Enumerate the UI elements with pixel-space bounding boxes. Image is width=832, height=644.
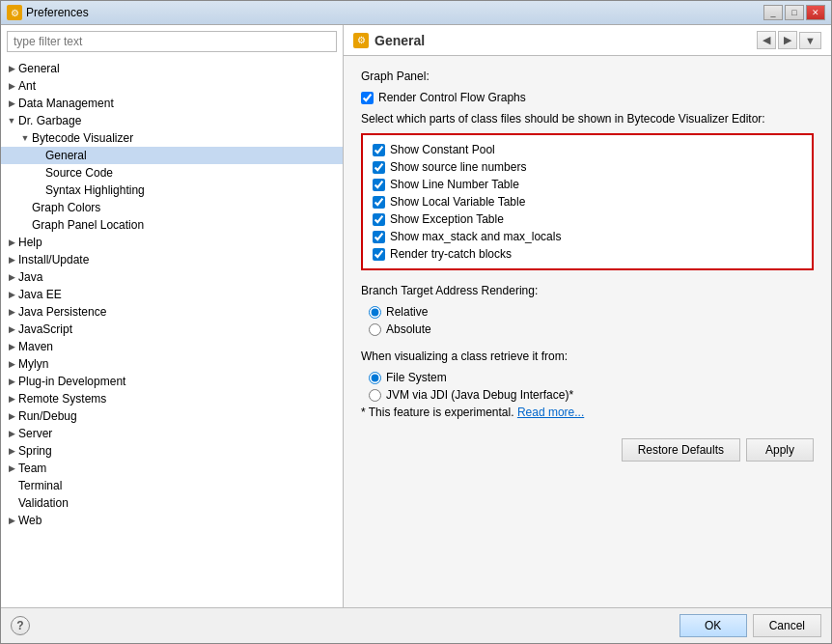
forward-button[interactable]: ▶ — [778, 31, 797, 49]
apply-button[interactable]: Apply — [746, 438, 814, 462]
tree-item-label: Plug-in Development — [18, 375, 339, 388]
action-buttons: Restore Defaults Apply — [361, 438, 814, 462]
tree-item-label: Source Code — [45, 166, 339, 180]
retrieve-radio-row-1: JVM via JDI (Java Debug Interface)* — [369, 388, 814, 402]
tree-item-label: Spring — [18, 444, 339, 458]
tree-item[interactable]: General — [1, 147, 343, 164]
minimize-button[interactable]: _ — [763, 5, 783, 20]
tree-item[interactable]: Source Code — [1, 164, 343, 182]
tree-item[interactable]: Graph Colors — [1, 199, 343, 216]
expand-icon: ▶ — [5, 98, 18, 108]
back-button[interactable]: ◀ — [757, 31, 776, 49]
expand-icon: ▶ — [5, 429, 18, 438]
expand-icon: ▶ — [5, 307, 18, 317]
ok-button[interactable]: OK — [679, 614, 747, 637]
right-panel: ⚙ General ◀ ▶ ▼ Graph Panel: Render Cont… — [344, 25, 831, 607]
tree-item[interactable]: ▶Data Management — [1, 95, 343, 112]
retrieve-radio-label-0: File System — [386, 371, 447, 384]
class-files-checkbox-5[interactable] — [373, 231, 385, 243]
class-files-checkbox-label-5: Show max_stack and max_locals — [390, 230, 561, 243]
class-files-checkbox-label-3: Show Local Variable Table — [390, 195, 525, 209]
retrieve-radio-filesystem[interactable] — [369, 372, 381, 384]
class-files-checkbox-label-0: Show Constant Pool — [390, 143, 495, 156]
tree-item-label: JavaScript — [18, 322, 339, 336]
class-files-checkbox-label-6: Render try-catch blocks — [390, 247, 512, 261]
tree-item[interactable]: ▶Team — [1, 460, 343, 477]
class-files-checkbox-1[interactable] — [373, 161, 385, 174]
read-more-link[interactable]: Read more... — [517, 406, 584, 419]
header-left: ⚙ General — [353, 33, 425, 48]
class-files-checkbox-4[interactable] — [373, 213, 385, 226]
restore-defaults-button[interactable]: Restore Defaults — [622, 438, 740, 462]
branch-radio-absolute[interactable] — [369, 323, 381, 336]
branch-label: Branch Target Address Rendering: — [361, 284, 814, 297]
tree-item[interactable]: ▶Java EE — [1, 286, 343, 303]
retrieve-radio-jvm[interactable] — [369, 389, 381, 402]
tree-item[interactable]: ▶Install/Update — [1, 251, 343, 268]
branch-radio-row-0: Relative — [369, 305, 814, 319]
nav-dropdown-button[interactable]: ▼ — [799, 32, 821, 49]
tree-item[interactable]: ▶JavaScript — [1, 321, 343, 338]
tree-item-label: Validation — [18, 496, 339, 510]
class-files-checkbox-row: Render try-catch blocks — [373, 247, 802, 261]
expand-icon: ▶ — [5, 516, 18, 525]
tree-item[interactable]: ▶Ant — [1, 77, 343, 95]
filter-input[interactable] — [7, 31, 337, 52]
expand-icon: ▶ — [5, 81, 18, 91]
class-files-checkbox-6[interactable] — [373, 248, 385, 261]
expand-icon: ▶ — [5, 394, 18, 404]
tree-item[interactable]: ▶Java Persistence — [1, 303, 343, 321]
class-files-group: Show Constant PoolShow source line numbe… — [361, 133, 814, 270]
tree-item[interactable]: ▶Spring — [1, 442, 343, 460]
graph-panel-label: Graph Panel: — [361, 70, 814, 83]
tree-item[interactable]: ▶Server — [1, 425, 343, 442]
cancel-button[interactable]: Cancel — [753, 614, 821, 637]
expand-icon: ▶ — [5, 342, 18, 351]
tree-item-label: Team — [18, 462, 339, 475]
tree-item[interactable]: ▶Remote Systems — [1, 390, 343, 407]
class-files-checkbox-row: Show Line Number Table — [373, 178, 802, 191]
tree-item-label: Maven — [18, 340, 339, 353]
render-cf-checkbox[interactable] — [361, 92, 374, 104]
tree-item[interactable]: ▼Bytecode Visualizer — [1, 129, 343, 147]
class-files-checkbox-row: Show Constant Pool — [373, 143, 802, 156]
retrieve-radio-row-0: File System — [369, 371, 814, 384]
tree-item-label: Run/Debug — [18, 409, 339, 423]
tree-item[interactable]: ▶Plug-in Development — [1, 373, 343, 390]
preferences-dialog: ⚙ Preferences _ □ ✕ ▶General▶Ant▶Data Ma… — [0, 0, 832, 644]
nav-buttons: ◀ ▶ ▼ — [757, 31, 821, 49]
class-files-checkbox-label-2: Show Line Number Table — [390, 178, 519, 191]
class-files-checkbox-3[interactable] — [373, 196, 385, 209]
titlebar: ⚙ Preferences _ □ ✕ — [1, 1, 831, 25]
tree-item[interactable]: Terminal — [1, 477, 343, 494]
class-files-checkbox-0[interactable] — [373, 144, 385, 156]
tree-item[interactable]: ▶General — [1, 60, 343, 77]
titlebar-left: ⚙ Preferences — [7, 5, 89, 20]
tree-item[interactable]: ▶Run/Debug — [1, 407, 343, 425]
maximize-button[interactable]: □ — [785, 5, 804, 20]
expand-icon: ▶ — [5, 255, 18, 265]
class-files-checkbox-row: Show Exception Table — [373, 212, 802, 226]
retrieve-section: When visualizing a class retrieve it fro… — [361, 350, 814, 419]
tree-item[interactable]: ▶Help — [1, 234, 343, 251]
expand-icon: ▶ — [5, 377, 18, 386]
close-button[interactable]: ✕ — [806, 5, 825, 20]
tree-item[interactable]: ▼Dr. Garbage — [1, 112, 343, 129]
tree-item[interactable]: ▶Java — [1, 268, 343, 286]
tree-item[interactable]: ▶Web — [1, 512, 343, 529]
tree-item[interactable]: ▶Maven — [1, 338, 343, 355]
note-prefix: * This feature is experimental. — [361, 406, 514, 419]
tree-item-label: General — [18, 62, 339, 75]
tree-item[interactable]: ▶Mylyn — [1, 355, 343, 373]
branch-radio-relative[interactable] — [369, 306, 381, 319]
expand-icon: ▶ — [5, 238, 18, 247]
branch-radio-label-1: Absolute — [386, 322, 431, 336]
footer-buttons: OK Cancel — [679, 614, 821, 637]
tree-item[interactable]: Graph Panel Location — [1, 216, 343, 234]
tree-item-label: Install/Update — [18, 253, 339, 266]
class-files-checkbox-2[interactable] — [373, 179, 385, 191]
tree-item[interactable]: Syntax Highlighting — [1, 182, 343, 199]
help-button[interactable]: ? — [11, 616, 30, 635]
tree-item-label: Syntax Highlighting — [45, 183, 339, 197]
tree-item[interactable]: Validation — [1, 494, 343, 512]
